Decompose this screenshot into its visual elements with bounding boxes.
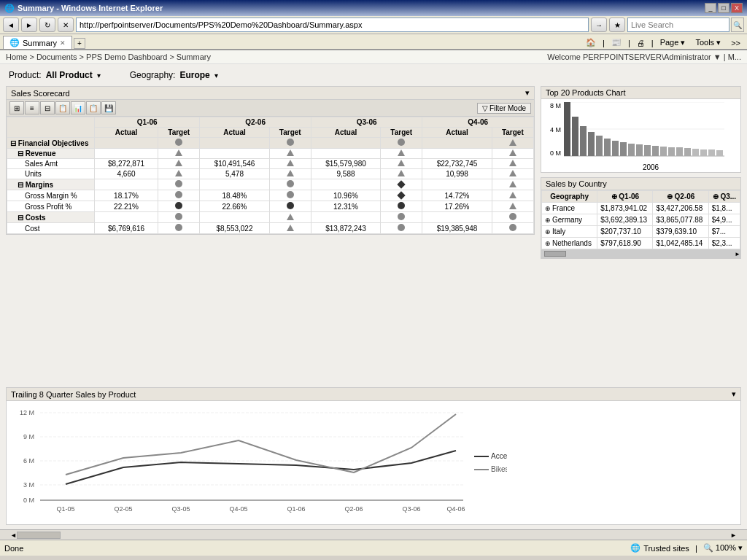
svg-rect-18 <box>684 148 691 156</box>
main-content: Product: All Product ▾ Geography: Europe… <box>0 64 747 529</box>
minimize-button[interactable]: _ <box>705 3 716 13</box>
window-titlebar: 🌐 Summary - Windows Internet Explorer _ … <box>0 0 747 16</box>
svg-text:12 M: 12 M <box>20 409 34 416</box>
browser-icon: 🌐 <box>4 4 15 13</box>
country-table-row: ⊕Germany $3,692,389.13 $3,865,077.88 $4,… <box>542 214 740 226</box>
col-header-q1: Q1-06 <box>95 117 200 128</box>
svg-rect-19 <box>692 149 699 156</box>
collapse-icon[interactable]: ▾ <box>525 88 530 98</box>
window-title: 🌐 Summary - Windows Internet Explorer <box>4 4 163 13</box>
back-button[interactable]: ◄ <box>3 18 19 32</box>
country-col-q2[interactable]: ⊕ Q2-06 <box>653 191 708 203</box>
top20-chart-section: Top 20 Products Chart 8 M 4 M 0 M <box>541 86 741 173</box>
col-header-q4: Q4-06 <box>422 117 534 128</box>
status-zone: 🌐 Trusted sites <box>630 543 689 553</box>
svg-text:Q1-06: Q1-06 <box>287 505 305 513</box>
country-table-row: ⊕Netherlands $797,618.90 $1,042,485.14 $… <box>542 238 740 249</box>
horizontal-scrollbar[interactable]: ◄ ► <box>0 529 747 540</box>
stop-button[interactable]: ✕ <box>58 18 74 32</box>
print-button[interactable]: 🖨 <box>633 37 649 49</box>
scroll-right-button[interactable]: ► <box>735 251 740 257</box>
svg-rect-12 <box>636 144 643 156</box>
tab-icon: 🌐 <box>9 38 20 47</box>
toolbar-icon-4[interactable]: 📋 <box>55 101 70 114</box>
toolbar-icon-6[interactable]: 📋 <box>86 101 101 114</box>
trailing-chart-section: Trailing 8 Quarter Sales by Product ▾ 12… <box>6 387 741 525</box>
svg-rect-21 <box>708 149 715 156</box>
scroll-right-arrow[interactable]: ► <box>730 532 737 539</box>
go-button[interactable]: → <box>591 18 607 32</box>
country-table: Geography ⊕ Q1-06 ⊕ Q2-06 ⊕ Q3... ⊕Franc… <box>541 190 740 249</box>
svg-rect-5 <box>580 126 587 156</box>
chart-x-label: 2006 <box>564 163 738 171</box>
window-controls[interactable]: _ □ X <box>705 3 743 13</box>
nav-bar: ◄ ► ↻ ✕ → ★ 🔍 <box>0 16 747 34</box>
scorecard-toolbar: ⊞ ≡ ⊟ 📋 📊 📋 💾 ▽ Filter Mode <box>7 100 534 117</box>
svg-text:Accessories: Accessories <box>491 452 507 460</box>
tab-close-button[interactable]: ✕ <box>60 39 66 47</box>
col-header-label <box>7 117 95 138</box>
filter-icon: ▽ <box>482 104 488 112</box>
extra-button[interactable]: >> <box>727 37 744 49</box>
tab-summary[interactable]: 🌐 Summary ✕ <box>3 36 72 49</box>
scorecard-row-label: Gross Profit % <box>7 201 95 212</box>
country-table-scrollbar[interactable]: ► <box>541 249 740 258</box>
product-dropdown[interactable]: ▾ <box>97 71 101 79</box>
search-button[interactable]: 🔍 <box>731 18 744 32</box>
search-container: 🔍 <box>627 18 744 32</box>
breadcrumb: Home > Documents > PPS Demo Dashboard > … <box>0 50 747 64</box>
country-col-q1[interactable]: ⊕ Q1-06 <box>597 191 653 203</box>
filter-mode-button[interactable]: ▽ Filter Mode <box>477 103 531 114</box>
toolbar-icon-5[interactable]: 📊 <box>71 101 85 114</box>
address-bar[interactable] <box>76 18 589 32</box>
svg-text:6 M: 6 M <box>23 457 34 464</box>
tab-bar: 🌐 Summary ✕ + 🏠 | 📰 | 🖨 | Page ▾ Tools ▾… <box>0 34 747 50</box>
svg-text:Q2-06: Q2-06 <box>344 505 363 513</box>
toolbar-icon-1[interactable]: ⊞ <box>9 101 24 114</box>
zone-icon: 🌐 <box>630 543 640 553</box>
toolbar-icon-7[interactable]: 💾 <box>101 101 116 114</box>
svg-text:Q3-05: Q3-05 <box>171 505 190 513</box>
scroll-left-arrow[interactable]: ◄ <box>10 532 17 539</box>
trailing-dropdown-icon[interactable]: ▾ <box>732 389 736 399</box>
page-button[interactable]: Page ▾ <box>657 36 689 49</box>
svg-rect-6 <box>588 132 595 156</box>
trailing-chart-header: Trailing 8 Quarter Sales by Product ▾ <box>7 388 740 401</box>
scorecard-section: Sales Scorecard ▾ ⊞ ≡ ⊟ 📋 📊 📋 💾 <box>6 86 535 235</box>
maximize-button[interactable]: □ <box>718 3 729 13</box>
home-button[interactable]: 🏠 <box>582 36 600 49</box>
scorecard-row-label: ⊟ Costs <box>7 212 95 223</box>
sales-country-header: Sales by Country <box>541 178 740 190</box>
rss-button[interactable]: 📰 <box>608 36 625 49</box>
zoom-level: 100% <box>716 543 736 552</box>
svg-rect-15 <box>660 147 667 156</box>
toolbar-icon-3[interactable]: ⊟ <box>40 101 55 114</box>
zoom-control[interactable]: 🔍 100% ▾ <box>703 543 743 553</box>
y-label-8m: 8 M <box>544 102 561 109</box>
close-button[interactable]: X <box>731 3 743 13</box>
tools-button[interactable]: Tools ▾ <box>692 36 724 49</box>
scorecard-table: Q1-06 Q2-06 Q3-06 Q4-06 ActualTarget Act… <box>7 117 534 234</box>
svg-rect-14 <box>652 146 659 156</box>
scrollbar-thumb[interactable] <box>17 532 61 539</box>
live-search-input[interactable] <box>627 18 729 32</box>
svg-text:Q1-05: Q1-05 <box>56 505 74 513</box>
forward-button[interactable]: ► <box>21 18 37 32</box>
geography-dropdown[interactable]: ▾ <box>214 71 218 79</box>
toolbar-icons: ⊞ ≡ ⊟ 📋 📊 📋 💾 <box>9 101 116 114</box>
col-header-q3: Q3-06 <box>311 117 422 128</box>
country-table-row: ⊕Italy $207,737.10 $379,639.10 $7... <box>542 226 740 238</box>
toolbar-icon-2[interactable]: ≡ <box>25 101 39 114</box>
svg-rect-22 <box>716 150 723 156</box>
add-favorites-button[interactable]: ★ <box>609 18 625 32</box>
svg-rect-11 <box>628 144 635 156</box>
bar-chart-svg <box>564 102 724 160</box>
bar-chart-area: 2006 <box>564 102 738 171</box>
new-tab-button[interactable]: + <box>74 38 85 49</box>
scorecard-row-label: Cost <box>7 223 95 234</box>
svg-text:0 M: 0 M <box>23 497 34 504</box>
bar-chart-container: 8 M 4 M 0 M <box>541 99 740 172</box>
svg-rect-17 <box>676 147 683 156</box>
country-col-q3[interactable]: ⊕ Q3... <box>708 191 740 203</box>
refresh-button[interactable]: ↻ <box>39 18 55 32</box>
